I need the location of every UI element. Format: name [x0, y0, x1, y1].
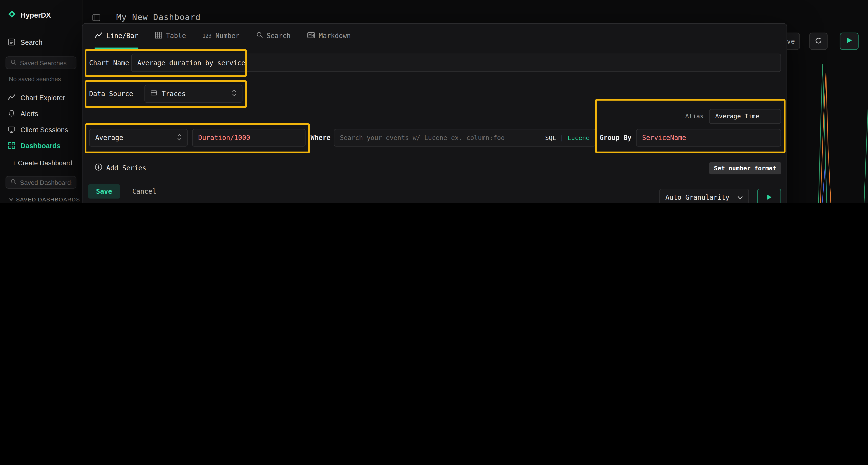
chevron-down-icon	[9, 196, 13, 202]
search-icon	[10, 179, 17, 186]
sidebar-item-chart-explorer[interactable]: Chart Explorer	[0, 91, 82, 105]
chart-icon	[8, 93, 16, 103]
create-dashboard-button[interactable]: + Create Dashboard	[12, 159, 72, 167]
saved-dashboards-section[interactable]: SAVED DASHBOARDS	[9, 196, 80, 202]
saved-searches-placeholder: Saved Searches	[20, 60, 67, 66]
sidebar-item-alerts[interactable]: Alerts	[0, 107, 82, 121]
page-title: My New Dashboard	[116, 12, 200, 22]
sidebar-item-label: Search	[21, 39, 42, 46]
sidebar-item-label: Chart Explorer	[21, 94, 65, 102]
monitor-icon	[8, 125, 16, 135]
section-label: SAVED DASHBOARDS	[16, 196, 80, 202]
y-axis: 2M1.5M1M500K0	[83, 24, 110, 203]
sidebar-item-dashboards[interactable]: Dashboards	[0, 139, 82, 153]
background-tile-chart	[786, 50, 868, 203]
saved-searches-input[interactable]: Saved Searches	[5, 56, 76, 69]
sidebar-item-search[interactable]: Search	[0, 35, 82, 50]
chart-editor-panel: Line/Bar Table 123 Number Search Markdow…	[82, 23, 787, 203]
app-window: My New Dashboard Save 4:04:00 PM ◢ 0 Aug…	[0, 0, 868, 203]
saved-dashboards-input[interactable]: Saved Dashboards	[5, 176, 76, 189]
sidebar-item-label: Client Sessions	[21, 126, 68, 134]
search-logs-icon	[8, 38, 16, 47]
play-icon	[846, 37, 852, 45]
brand-name: HyperDX	[21, 11, 51, 19]
search-icon	[10, 59, 17, 66]
sidebar-item-client-sessions[interactable]: Client Sessions	[0, 123, 82, 137]
refresh-icon	[814, 36, 823, 46]
no-saved-searches-text: No saved searches	[9, 76, 61, 82]
panel-collapse-icon[interactable]	[92, 13, 101, 24]
dashboards-grid-icon	[8, 141, 16, 151]
run-query-button[interactable]	[840, 33, 859, 49]
brand[interactable]: HyperDX	[8, 10, 51, 21]
hyperdx-logo-icon	[8, 10, 16, 21]
sidebar-item-label: Dashboards	[21, 142, 61, 150]
refresh-button[interactable]	[809, 33, 828, 49]
duration-chart[interactable]: 2M1.5M1M500K0 Aug 4 3:04:00 PM3:13:00 PM…	[83, 24, 786, 203]
bell-icon	[8, 109, 16, 119]
saved-dashboards-placeholder: Saved Dashboards	[20, 179, 72, 186]
sidebar-item-label: Alerts	[21, 110, 38, 118]
